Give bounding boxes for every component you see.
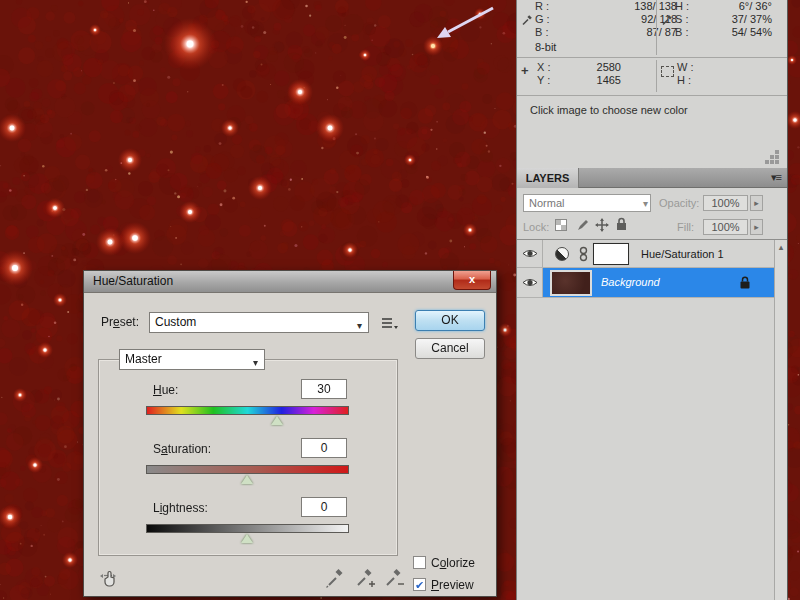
layers-panel-header: LAYERS ▾≡ [517, 168, 787, 188]
lock-all-icon[interactable] [615, 217, 628, 231]
info-s-label: S : [675, 13, 688, 25]
scroll-up-icon[interactable]: ▴ [775, 242, 787, 252]
photoshop-workspace: { "canvas": { "description": "red starfi… [0, 0, 800, 600]
hue-input[interactable]: 30 [301, 379, 347, 399]
preview-label: Preview [431, 578, 474, 592]
info-g-label: G : [535, 13, 550, 25]
info-b2-label: B : [675, 26, 688, 38]
layer-row-hue-saturation[interactable]: Hue/Saturation 1 [517, 240, 775, 268]
preset-select[interactable]: Custom ▾ [149, 312, 369, 333]
bit-depth-label: 8-bit [535, 41, 556, 53]
link-icon [579, 246, 588, 262]
hue-slider-handle[interactable] [271, 416, 283, 425]
eyedropper-minus-icon[interactable] [383, 567, 407, 589]
preset-label: Preset: [101, 315, 139, 329]
hue-slider[interactable] [146, 406, 349, 415]
panel-column: R : 138/ 138 G : 92/ 118 B : 87/ 87 8-bi… [516, 0, 788, 600]
saturation-input[interactable]: 0 [301, 438, 347, 458]
check-mark: ✔ [415, 579, 424, 591]
cancel-button-label: Cancel [431, 341, 468, 355]
close-icon: x [469, 273, 475, 285]
lightness-label: Lightness: [153, 501, 208, 515]
eyedropper-icon [521, 14, 533, 26]
cancel-button[interactable]: Cancel [415, 338, 485, 359]
marquee-icon [661, 66, 674, 77]
dialog-title: Hue/Saturation [93, 274, 173, 288]
fill-label: Fill: [677, 221, 694, 233]
info-h-label: H : [677, 74, 691, 86]
info-b-label: B : [535, 26, 548, 38]
preview-checkbox[interactable]: ✔ [413, 578, 426, 591]
info-x-value: 2580 [551, 61, 621, 73]
info-hint-text: Click image to choose new color [530, 104, 688, 116]
info-r-value: 138/ 138 [607, 0, 677, 12]
panel-resize-grip[interactable] [775, 150, 779, 154]
eye-icon [522, 277, 538, 288]
visibility-toggle[interactable] [517, 240, 543, 267]
saturation-slider-handle[interactable] [241, 475, 253, 484]
padlock-icon [739, 276, 751, 289]
tab-layers[interactable]: LAYERS [517, 168, 579, 188]
info-h-value: 6°/ 36° [702, 0, 772, 12]
chevron-down-icon: ▾ [643, 196, 648, 212]
info-x-label: X : [537, 61, 550, 73]
on-image-adjust-tool-icon[interactable] [100, 568, 122, 590]
opacity-arrow-button[interactable]: ▸ [750, 195, 763, 211]
lock-label: Lock: [523, 221, 549, 233]
hue-label: Hue: [153, 383, 178, 397]
channel-value: Master [125, 352, 162, 366]
close-button[interactable]: x [453, 271, 491, 290]
layer-mask-thumbnail[interactable] [593, 243, 629, 265]
info-b-value: 87/ 87 [607, 26, 677, 38]
eyedropper-icon [661, 14, 673, 26]
lightness-input[interactable]: 0 [301, 497, 347, 517]
lightness-slider[interactable] [146, 524, 349, 533]
blend-mode-value: Normal [529, 197, 564, 209]
blend-mode-select[interactable]: Normal ▾ [523, 194, 651, 212]
adjustment-layer-icon [555, 247, 569, 261]
layer-name[interactable]: Hue/Saturation 1 [641, 248, 724, 260]
saturation-label: Saturation: [153, 442, 211, 456]
crosshair-icon: + [521, 63, 529, 78]
opacity-value[interactable]: 100% [703, 195, 748, 211]
opacity-label: Opacity: [659, 197, 699, 209]
layer-name[interactable]: Background [601, 276, 660, 288]
info-y-label: Y : [537, 74, 550, 86]
saturation-slider[interactable] [146, 465, 349, 474]
ok-button-label: OK [441, 313, 458, 327]
eyedropper-icon[interactable] [325, 567, 345, 589]
info-y-value: 1465 [551, 74, 621, 86]
lightness-slider-handle[interactable] [241, 534, 253, 543]
lock-transparency-icon[interactable] [555, 219, 567, 231]
info-s-value: 37/ 37% [702, 13, 772, 25]
info-h-label: H : [675, 0, 689, 12]
info-panel: R : 138/ 138 G : 92/ 118 B : 87/ 87 8-bi… [517, 0, 787, 168]
fill-value[interactable]: 100% [703, 219, 748, 235]
chevron-down-icon: ▾ [253, 353, 258, 372]
dialog-titlebar[interactable]: Hue/Saturation x [84, 271, 496, 293]
info-r-label: R : [535, 0, 549, 12]
fill-arrow-button[interactable]: ▸ [750, 219, 763, 235]
channel-select[interactable]: Master ▾ [119, 349, 265, 370]
colorize-label: Colorize [431, 556, 475, 570]
layer-row-background[interactable]: Background [517, 268, 775, 298]
hue-saturation-dialog: Hue/Saturation x Preset: Custom ▾ OK Can… [83, 270, 497, 597]
preset-options-icon[interactable] [380, 317, 398, 330]
preset-value: Custom [155, 315, 196, 329]
layers-scrollbar[interactable]: ▴ [774, 240, 787, 600]
chevron-down-icon: ▾ [357, 316, 362, 335]
info-b2-value: 54/ 54% [702, 26, 772, 38]
info-w-label: W : [677, 61, 694, 73]
layer-thumbnail[interactable] [550, 270, 592, 296]
eyedropper-plus-icon[interactable] [354, 567, 378, 589]
lock-move-icon[interactable] [595, 218, 609, 232]
ok-button[interactable]: OK [415, 310, 485, 331]
visibility-toggle[interactable] [517, 268, 543, 297]
colorize-checkbox[interactable] [413, 556, 426, 569]
lock-paint-icon[interactable] [575, 218, 589, 232]
panel-menu-icon[interactable]: ▾≡ [771, 171, 781, 184]
eye-icon [522, 248, 538, 259]
